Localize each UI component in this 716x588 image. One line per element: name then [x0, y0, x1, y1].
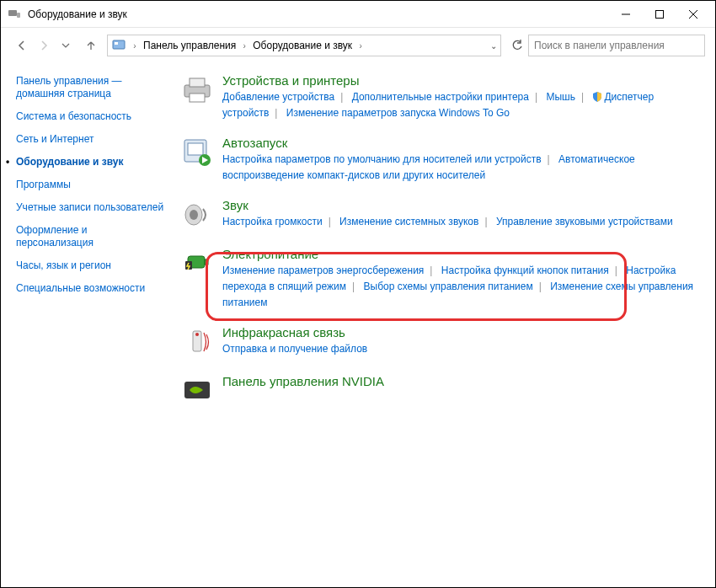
sidebar-item-user-accounts[interactable]: Учетные записи пользователей [16, 201, 165, 214]
sidebar-item-programs[interactable]: Программы [16, 179, 165, 191]
category-title[interactable]: Звук [222, 198, 703, 212]
category-infrared: Инфракрасная связь Отправка и получение … [180, 325, 703, 359]
category-links: Добавление устройства| Дополнительные на… [222, 89, 703, 120]
navbar: › Панель управления › Оборудование и зву… [1, 28, 715, 63]
link-infrared-send[interactable]: Отправка и получение файлов [222, 343, 367, 355]
close-button[interactable] [676, 3, 710, 26]
sidebar-item-hardware-sound[interactable]: Оборудование и звук [16, 156, 165, 168]
svg-rect-1 [17, 13, 20, 18]
forward-button[interactable] [33, 35, 55, 56]
chevron-down-icon[interactable]: ⌄ [490, 41, 497, 51]
chevron-right-icon[interactable]: › [355, 40, 366, 51]
control-panel-icon [111, 38, 126, 53]
maximize-button[interactable] [643, 3, 676, 26]
sidebar-item-appearance[interactable]: Оформление и персонализация [16, 224, 165, 249]
category-power: Электропитание Изменение параметров энер… [180, 247, 703, 310]
category-title[interactable]: Панель управления NVIDIA [222, 374, 703, 388]
sidebar-item-accessibility[interactable]: Специальные возможности [16, 282, 165, 295]
app-icon [8, 8, 21, 21]
link-audio-devices[interactable]: Управление звуковыми устройствами [496, 216, 673, 227]
search-placeholder: Поиск в панели управления [534, 40, 665, 51]
autoplay-icon [180, 136, 214, 169]
refresh-button[interactable] [506, 35, 528, 56]
up-button[interactable] [80, 35, 102, 56]
svg-rect-7 [115, 42, 118, 45]
link-printer-advanced[interactable]: Дополнительные настройки принтера [352, 91, 529, 103]
category-links: Настройка громкости| Изменение системных… [222, 214, 703, 230]
main-content: Устройства и принтеры Добавление устройс… [174, 63, 715, 587]
category-title[interactable]: Электропитание [222, 247, 703, 261]
category-devices: Устройства и принтеры Добавление устройс… [180, 73, 703, 120]
chevron-right-icon[interactable]: › [130, 40, 140, 51]
link-choose-plan[interactable]: Выбор схемы управления питанием [364, 281, 533, 292]
power-icon [180, 247, 214, 281]
shield-icon [592, 91, 602, 101]
sidebar-item-system-security[interactable]: Система и безопасность [16, 110, 165, 123]
svg-rect-17 [205, 259, 208, 265]
back-button[interactable] [11, 35, 33, 56]
link-autoplay-defaults[interactable]: Настройка параметров по умолчанию для но… [222, 153, 542, 165]
search-input[interactable]: Поиск в панели управления [528, 35, 705, 56]
link-system-sounds[interactable]: Изменение системных звуков [339, 216, 478, 227]
breadcrumb-seg-0[interactable]: Панель управления [140, 40, 239, 51]
category-sound: Звук Настройка громкости| Изменение сист… [180, 198, 703, 232]
printer-icon [180, 73, 214, 107]
breadcrumb-seg-1[interactable]: Оборудование и звук [249, 40, 355, 51]
recent-dropdown[interactable] [55, 35, 77, 56]
svg-rect-0 [8, 10, 17, 16]
category-links: Настройка параметров по умолчанию для но… [222, 152, 703, 183]
sidebar: Панель управления — домашняя страница Си… [1, 63, 174, 587]
link-mouse[interactable]: Мышь [546, 91, 575, 103]
window-title: Оборудование и звук [28, 8, 609, 20]
sidebar-item-home[interactable]: Панель управления — домашняя страница [16, 75, 165, 100]
svg-rect-9 [190, 78, 205, 87]
link-add-device[interactable]: Добавление устройства [222, 91, 334, 103]
nvidia-icon [180, 374, 214, 408]
minimize-button[interactable] [609, 3, 643, 26]
category-title[interactable]: Устройства и принтеры [222, 73, 703, 88]
svg-rect-12 [188, 143, 203, 155]
category-links: Изменение параметров энергосбережения| Н… [222, 263, 703, 310]
category-autoplay: Автозапуск Настройка параметров по умолч… [180, 136, 703, 183]
breadcrumb[interactable]: › Панель управления › Оборудование и зву… [107, 35, 501, 56]
sidebar-item-network[interactable]: Сеть и Интернет [16, 133, 165, 146]
link-volume[interactable]: Настройка громкости [222, 216, 323, 227]
svg-rect-3 [656, 10, 664, 18]
link-power-saving[interactable]: Изменение параметров энергосбережения [222, 265, 424, 276]
infrared-icon [180, 325, 214, 359]
category-nvidia: Панель управления NVIDIA [180, 374, 703, 408]
svg-point-15 [190, 210, 198, 220]
category-links: Отправка и получение файлов [222, 341, 703, 357]
body: Панель управления — домашняя страница Си… [1, 63, 715, 587]
link-power-buttons[interactable]: Настройка функций кнопок питания [441, 265, 609, 276]
svg-rect-10 [190, 94, 205, 102]
chevron-right-icon[interactable]: › [239, 40, 249, 51]
titlebar: Оборудование и звук [1, 1, 715, 28]
category-title[interactable]: Инфракрасная связь [222, 325, 703, 339]
svg-point-20 [195, 333, 199, 336]
sidebar-item-clock-language[interactable]: Часы, язык и регион [16, 259, 165, 272]
speaker-icon [180, 198, 214, 232]
category-title[interactable]: Автозапуск [222, 136, 703, 150]
link-windows-to-go[interactable]: Изменение параметров запуска Windows To … [286, 107, 510, 119]
